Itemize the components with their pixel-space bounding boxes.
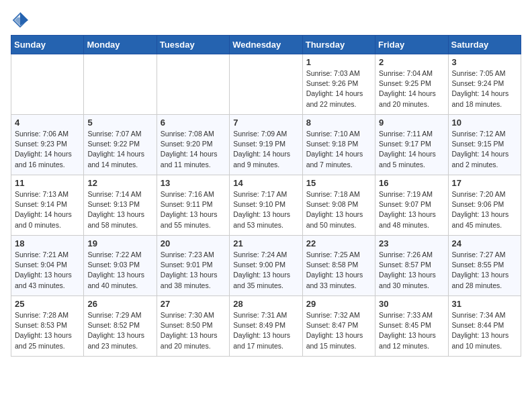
logo-icon [11, 11, 30, 30]
calendar-cell: 16Sunrise: 7:19 AM Sunset: 9:07 PM Dayli… [375, 175, 448, 236]
day-number: 28 [233, 299, 298, 309]
day-info: Sunrise: 7:22 AM Sunset: 9:03 PM Dayligh… [87, 250, 152, 291]
day-number: 14 [233, 178, 298, 188]
calendar-cell: 28Sunrise: 7:31 AM Sunset: 8:49 PM Dayli… [230, 296, 302, 357]
calendar-cell: 11Sunrise: 7:13 AM Sunset: 9:14 PM Dayli… [11, 175, 84, 236]
day-info: Sunrise: 7:30 AM Sunset: 8:50 PM Dayligh… [161, 310, 226, 351]
calendar-week-3: 11Sunrise: 7:13 AM Sunset: 9:14 PM Dayli… [11, 175, 521, 236]
day-info: Sunrise: 7:33 AM Sunset: 8:45 PM Dayligh… [379, 310, 444, 351]
day-number: 9 [379, 118, 444, 128]
day-info: Sunrise: 7:05 AM Sunset: 9:24 PM Dayligh… [452, 68, 517, 109]
calendar-cell: 2Sunrise: 7:04 AM Sunset: 9:25 PM Daylig… [375, 54, 448, 115]
calendar-cell: 26Sunrise: 7:29 AM Sunset: 8:52 PM Dayli… [84, 296, 157, 357]
page-header [11, 11, 521, 30]
header-saturday: Saturday [448, 36, 521, 54]
header-wednesday: Wednesday [230, 36, 302, 54]
day-number: 26 [87, 299, 152, 309]
day-info: Sunrise: 7:08 AM Sunset: 9:20 PM Dayligh… [161, 129, 226, 170]
calendar-cell: 3Sunrise: 7:05 AM Sunset: 9:24 PM Daylig… [448, 54, 521, 115]
day-number: 6 [161, 118, 226, 128]
calendar-cell: 8Sunrise: 7:10 AM Sunset: 9:18 PM Daylig… [302, 115, 375, 175]
calendar-cell: 23Sunrise: 7:26 AM Sunset: 8:57 PM Dayli… [375, 236, 448, 296]
day-info: Sunrise: 7:26 AM Sunset: 8:57 PM Dayligh… [379, 250, 444, 291]
calendar-cell: 20Sunrise: 7:23 AM Sunset: 9:01 PM Dayli… [157, 236, 229, 296]
day-number: 3 [452, 57, 517, 67]
header-sunday: Sunday [11, 36, 84, 54]
calendar-cell: 22Sunrise: 7:25 AM Sunset: 8:58 PM Dayli… [302, 236, 375, 296]
calendar-cell: 17Sunrise: 7:20 AM Sunset: 9:06 PM Dayli… [448, 175, 521, 236]
day-number: 7 [233, 118, 298, 128]
calendar-week-5: 25Sunrise: 7:28 AM Sunset: 8:53 PM Dayli… [11, 296, 521, 357]
header-monday: Monday [84, 36, 157, 54]
logo [11, 11, 32, 30]
calendar-week-4: 18Sunrise: 7:21 AM Sunset: 9:04 PM Dayli… [11, 236, 521, 296]
calendar-cell: 6Sunrise: 7:08 AM Sunset: 9:20 PM Daylig… [157, 115, 229, 175]
day-number: 23 [379, 238, 444, 248]
day-info: Sunrise: 7:16 AM Sunset: 9:11 PM Dayligh… [161, 189, 226, 230]
day-number: 11 [15, 178, 80, 188]
day-info: Sunrise: 7:04 AM Sunset: 9:25 PM Dayligh… [379, 68, 444, 109]
day-info: Sunrise: 7:03 AM Sunset: 9:26 PM Dayligh… [306, 68, 371, 109]
calendar-cell: 24Sunrise: 7:27 AM Sunset: 8:55 PM Dayli… [448, 236, 521, 296]
day-info: Sunrise: 7:31 AM Sunset: 8:49 PM Dayligh… [233, 310, 298, 351]
day-number: 5 [87, 118, 152, 128]
day-info: Sunrise: 7:12 AM Sunset: 9:15 PM Dayligh… [452, 129, 517, 170]
calendar-cell: 4Sunrise: 7:06 AM Sunset: 9:23 PM Daylig… [11, 115, 84, 175]
day-info: Sunrise: 7:21 AM Sunset: 9:04 PM Dayligh… [15, 250, 80, 291]
calendar-cell: 14Sunrise: 7:17 AM Sunset: 9:10 PM Dayli… [230, 175, 302, 236]
day-info: Sunrise: 7:11 AM Sunset: 9:17 PM Dayligh… [379, 129, 444, 170]
day-info: Sunrise: 7:34 AM Sunset: 8:44 PM Dayligh… [452, 310, 517, 351]
day-info: Sunrise: 7:32 AM Sunset: 8:47 PM Dayligh… [306, 310, 371, 351]
day-number: 21 [233, 238, 298, 248]
day-info: Sunrise: 7:13 AM Sunset: 9:14 PM Dayligh… [15, 189, 80, 230]
calendar-cell [84, 54, 157, 115]
calendar-cell: 5Sunrise: 7:07 AM Sunset: 9:22 PM Daylig… [84, 115, 157, 175]
calendar-week-2: 4Sunrise: 7:06 AM Sunset: 9:23 PM Daylig… [11, 115, 521, 175]
calendar-cell: 21Sunrise: 7:24 AM Sunset: 9:00 PM Dayli… [230, 236, 302, 296]
day-number: 30 [379, 299, 444, 309]
calendar-cell: 25Sunrise: 7:28 AM Sunset: 8:53 PM Dayli… [11, 296, 84, 357]
day-number: 10 [452, 118, 517, 128]
calendar-week-1: 1Sunrise: 7:03 AM Sunset: 9:26 PM Daylig… [11, 54, 521, 115]
day-number: 20 [161, 238, 226, 248]
day-info: Sunrise: 7:18 AM Sunset: 9:08 PM Dayligh… [306, 189, 371, 230]
calendar-cell: 18Sunrise: 7:21 AM Sunset: 9:04 PM Dayli… [11, 236, 84, 296]
calendar-cell: 15Sunrise: 7:18 AM Sunset: 9:08 PM Dayli… [302, 175, 375, 236]
calendar-cell: 13Sunrise: 7:16 AM Sunset: 9:11 PM Dayli… [157, 175, 229, 236]
header-thursday: Thursday [302, 36, 375, 54]
calendar-cell: 7Sunrise: 7:09 AM Sunset: 9:19 PM Daylig… [230, 115, 302, 175]
day-info: Sunrise: 7:27 AM Sunset: 8:55 PM Dayligh… [452, 250, 517, 291]
day-number: 4 [15, 118, 80, 128]
day-info: Sunrise: 7:07 AM Sunset: 9:22 PM Dayligh… [87, 129, 152, 170]
day-number: 17 [452, 178, 517, 188]
calendar-cell: 31Sunrise: 7:34 AM Sunset: 8:44 PM Dayli… [448, 296, 521, 357]
calendar-cell: 29Sunrise: 7:32 AM Sunset: 8:47 PM Dayli… [302, 296, 375, 357]
calendar-cell: 27Sunrise: 7:30 AM Sunset: 8:50 PM Dayli… [157, 296, 229, 357]
day-number: 31 [452, 299, 517, 309]
calendar-cell [230, 54, 302, 115]
day-info: Sunrise: 7:24 AM Sunset: 9:00 PM Dayligh… [233, 250, 298, 291]
day-number: 22 [306, 238, 371, 248]
day-info: Sunrise: 7:17 AM Sunset: 9:10 PM Dayligh… [233, 189, 298, 230]
header-friday: Friday [375, 36, 448, 54]
day-number: 8 [306, 118, 371, 128]
calendar-cell: 10Sunrise: 7:12 AM Sunset: 9:15 PM Dayli… [448, 115, 521, 175]
day-number: 29 [306, 299, 371, 309]
day-number: 18 [15, 238, 80, 248]
day-info: Sunrise: 7:23 AM Sunset: 9:01 PM Dayligh… [161, 250, 226, 291]
day-number: 13 [161, 178, 226, 188]
calendar-header-row: SundayMondayTuesdayWednesdayThursdayFrid… [11, 36, 521, 54]
day-info: Sunrise: 7:19 AM Sunset: 9:07 PM Dayligh… [379, 189, 444, 230]
day-info: Sunrise: 7:14 AM Sunset: 9:13 PM Dayligh… [87, 189, 152, 230]
day-info: Sunrise: 7:09 AM Sunset: 9:19 PM Dayligh… [233, 129, 298, 170]
calendar-cell: 9Sunrise: 7:11 AM Sunset: 9:17 PM Daylig… [375, 115, 448, 175]
day-info: Sunrise: 7:20 AM Sunset: 9:06 PM Dayligh… [452, 189, 517, 230]
day-number: 27 [161, 299, 226, 309]
calendar-cell: 1Sunrise: 7:03 AM Sunset: 9:26 PM Daylig… [302, 54, 375, 115]
day-number: 25 [15, 299, 80, 309]
day-number: 24 [452, 238, 517, 248]
header-tuesday: Tuesday [157, 36, 229, 54]
day-info: Sunrise: 7:06 AM Sunset: 9:23 PM Dayligh… [15, 129, 80, 170]
day-number: 1 [306, 57, 371, 67]
day-number: 12 [87, 178, 152, 188]
